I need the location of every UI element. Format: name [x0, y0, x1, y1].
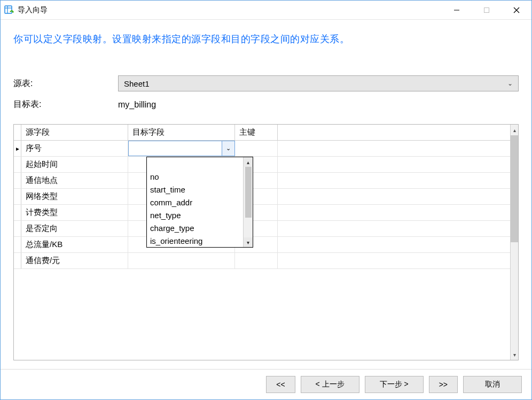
source-field-cell[interactable]: 起始时间 [21, 157, 128, 172]
source-table-value: Sheet1 [124, 79, 150, 88]
dropdown-option[interactable]: net_type [147, 209, 243, 221]
scroll-down-icon[interactable]: ▾ [244, 237, 253, 247]
cancel-button[interactable]: 取消 [463, 376, 522, 393]
target-table-label: 目标表: [13, 99, 118, 110]
dropdown-option[interactable]: no [147, 170, 243, 183]
target-field-select[interactable]: ⌄ [128, 141, 235, 156]
table-row[interactable]: 通信地点 [14, 173, 510, 189]
source-field-cell[interactable]: 序号 [21, 141, 128, 156]
svg-rect-4 [484, 7, 489, 12]
row-marker-icon: ▸ [14, 141, 21, 156]
scroll-thumb[interactable] [511, 135, 518, 242]
target-field-dropdown[interactable]: no start_time comm_addr net_type charge_… [146, 157, 253, 248]
scroll-thumb[interactable] [245, 167, 252, 218]
source-table-select[interactable]: Sheet1 ⌄ [118, 75, 519, 91]
target-table-value: my_billing [118, 100, 156, 110]
grid-header: 源字段 目标字段 主键 [14, 125, 510, 141]
maximize-button [472, 1, 502, 20]
source-field-cell[interactable]: 是否定向 [21, 221, 128, 236]
table-row[interactable]: 网络类型 [14, 189, 510, 205]
target-field-select[interactable] [128, 253, 235, 268]
col-header-target[interactable]: 目标字段 [128, 125, 235, 140]
mapping-grid: 源字段 目标字段 主键 ▸ 序号 ⌄ 起始时间 [13, 124, 519, 360]
scroll-down-icon[interactable]: ▾ [511, 349, 518, 360]
table-row[interactable]: 起始时间 [14, 157, 510, 173]
scroll-up-icon[interactable]: ▴ [244, 157, 253, 167]
col-header-pk[interactable]: 主键 [235, 125, 278, 140]
app-icon [4, 5, 14, 16]
minimize-button[interactable] [442, 1, 472, 20]
dropdown-option[interactable]: start_time [147, 183, 243, 196]
dropdown-option-empty[interactable] [147, 157, 243, 170]
pk-cell[interactable] [235, 141, 278, 156]
table-row[interactable]: 计费类型 [14, 205, 510, 221]
table-row[interactable]: 总流量/KB [14, 237, 510, 253]
page-heading: 你可以定义字段映射。设置映射来指定的源字段和目的字段之间的对应关系。 [13, 33, 519, 45]
dropdown-option[interactable]: is_orienteering [147, 234, 243, 247]
window-title: 导入向导 [18, 5, 48, 15]
table-row[interactable]: ▸ 序号 ⌄ [14, 141, 510, 157]
table-row[interactable]: 通信费/元 [14, 253, 510, 269]
next-button[interactable]: 下一步 > [365, 376, 424, 393]
source-field-cell[interactable]: 计费类型 [21, 205, 128, 220]
chevron-down-icon: ⌄ [507, 80, 513, 87]
source-table-label: 源表: [13, 78, 118, 89]
table-row[interactable]: 是否定向 [14, 221, 510, 237]
chevron-down-icon[interactable]: ⌄ [222, 141, 234, 156]
first-button[interactable]: << [266, 376, 295, 393]
pk-cell[interactable] [235, 253, 278, 268]
source-field-cell[interactable]: 网络类型 [21, 189, 128, 204]
last-button[interactable]: >> [429, 376, 458, 393]
dropdown-option[interactable]: comm_addr [147, 196, 243, 209]
dropdown-scrollbar[interactable]: ▴ ▾ [243, 157, 253, 247]
source-field-cell[interactable]: 通信费/元 [21, 253, 128, 268]
grid-scrollbar[interactable]: ▴ ▾ [510, 125, 518, 360]
scroll-up-icon[interactable]: ▴ [511, 125, 518, 135]
col-header-source[interactable]: 源字段 [21, 125, 128, 140]
dropdown-option[interactable]: charge_type [147, 221, 243, 234]
import-wizard-window: 导入向导 你可以定义字段映射。设置映射来指定的源字段和目的字段之间的对应关系。 … [0, 0, 532, 400]
close-button[interactable] [502, 1, 531, 20]
titlebar: 导入向导 [1, 1, 531, 20]
source-field-cell[interactable]: 总流量/KB [21, 237, 128, 252]
prev-button[interactable]: < 上一步 [301, 376, 359, 393]
wizard-footer: << < 上一步 下一步 > >> 取消 [1, 369, 531, 399]
svg-rect-0 [5, 6, 12, 13]
source-field-cell[interactable]: 通信地点 [21, 173, 128, 188]
